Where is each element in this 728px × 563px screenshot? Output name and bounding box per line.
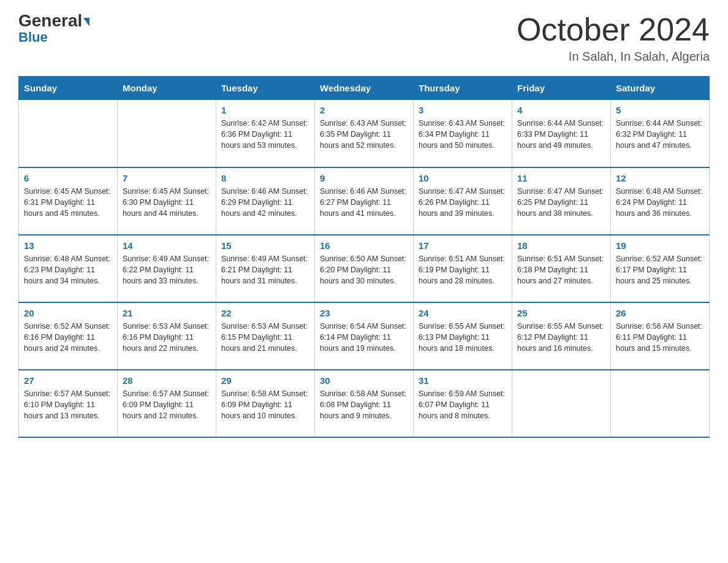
day-info: Sunrise: 6:42 AM Sunset: 6:36 PM Dayligh… xyxy=(221,118,309,151)
day-number: 25 xyxy=(517,308,605,318)
calendar-week-row: 27Sunrise: 6:57 AM Sunset: 6:10 PM Dayli… xyxy=(19,370,710,437)
table-row: 29Sunrise: 6:58 AM Sunset: 6:09 PM Dayli… xyxy=(216,370,315,437)
day-number: 31 xyxy=(419,375,507,386)
table-row: 19Sunrise: 6:52 AM Sunset: 6:17 PM Dayli… xyxy=(611,235,710,302)
calendar-header-row: Sunday Monday Tuesday Wednesday Thursday… xyxy=(19,77,710,100)
day-info: Sunrise: 6:43 AM Sunset: 6:35 PM Dayligh… xyxy=(320,118,408,151)
table-row: 20Sunrise: 6:52 AM Sunset: 6:16 PM Dayli… xyxy=(19,302,118,370)
day-info: Sunrise: 6:49 AM Sunset: 6:21 PM Dayligh… xyxy=(221,253,309,286)
col-wednesday: Wednesday xyxy=(315,77,414,100)
day-number: 26 xyxy=(616,308,704,318)
table-row: 1Sunrise: 6:42 AM Sunset: 6:36 PM Daylig… xyxy=(216,100,315,167)
day-number: 21 xyxy=(123,308,211,318)
day-number: 7 xyxy=(123,173,211,183)
table-row: 4Sunrise: 6:44 AM Sunset: 6:33 PM Daylig… xyxy=(512,100,611,167)
col-saturday: Saturday xyxy=(611,77,710,100)
table-row: 28Sunrise: 6:57 AM Sunset: 6:09 PM Dayli… xyxy=(118,370,216,437)
table-row: 30Sunrise: 6:58 AM Sunset: 6:08 PM Dayli… xyxy=(315,370,414,437)
table-row: 21Sunrise: 6:53 AM Sunset: 6:16 PM Dayli… xyxy=(118,302,216,370)
table-row: 31Sunrise: 6:59 AM Sunset: 6:07 PM Dayli… xyxy=(414,370,512,437)
table-row: 15Sunrise: 6:49 AM Sunset: 6:21 PM Dayli… xyxy=(216,235,315,302)
day-info: Sunrise: 6:52 AM Sunset: 6:17 PM Dayligh… xyxy=(616,253,704,286)
table-row: 6Sunrise: 6:45 AM Sunset: 6:31 PM Daylig… xyxy=(19,167,118,235)
day-number: 29 xyxy=(221,375,309,386)
day-info: Sunrise: 6:58 AM Sunset: 6:09 PM Dayligh… xyxy=(221,388,309,421)
table-row: 27Sunrise: 6:57 AM Sunset: 6:10 PM Dayli… xyxy=(19,370,118,437)
day-number: 4 xyxy=(517,105,605,115)
day-number: 3 xyxy=(419,105,507,115)
day-info: Sunrise: 6:48 AM Sunset: 6:23 PM Dayligh… xyxy=(24,253,112,286)
table-row: 18Sunrise: 6:51 AM Sunset: 6:18 PM Dayli… xyxy=(512,235,611,302)
logo-blue: Blue xyxy=(18,29,48,45)
table-row: 14Sunrise: 6:49 AM Sunset: 6:22 PM Dayli… xyxy=(118,235,216,302)
day-number: 9 xyxy=(320,173,408,183)
day-info: Sunrise: 6:58 AM Sunset: 6:08 PM Dayligh… xyxy=(320,388,408,421)
day-info: Sunrise: 6:48 AM Sunset: 6:24 PM Dayligh… xyxy=(616,186,704,219)
day-info: Sunrise: 6:51 AM Sunset: 6:18 PM Dayligh… xyxy=(517,253,605,286)
day-number: 2 xyxy=(320,105,408,115)
col-friday: Friday xyxy=(512,77,611,100)
table-row xyxy=(19,100,118,167)
table-row xyxy=(512,370,611,437)
day-info: Sunrise: 6:46 AM Sunset: 6:27 PM Dayligh… xyxy=(320,186,408,219)
day-number: 17 xyxy=(419,240,507,251)
page-header: General Blue October 2024 In Salah, In S… xyxy=(18,12,710,64)
day-number: 15 xyxy=(221,240,309,251)
calendar-week-row: 1Sunrise: 6:42 AM Sunset: 6:36 PM Daylig… xyxy=(19,100,710,167)
day-number: 6 xyxy=(24,173,112,183)
day-number: 5 xyxy=(616,105,704,115)
day-info: Sunrise: 6:47 AM Sunset: 6:25 PM Dayligh… xyxy=(517,186,605,219)
day-info: Sunrise: 6:53 AM Sunset: 6:15 PM Dayligh… xyxy=(221,321,309,354)
day-number: 20 xyxy=(24,308,112,318)
table-row: 13Sunrise: 6:48 AM Sunset: 6:23 PM Dayli… xyxy=(19,235,118,302)
table-row: 23Sunrise: 6:54 AM Sunset: 6:14 PM Dayli… xyxy=(315,302,414,370)
day-number: 8 xyxy=(221,173,309,183)
day-number: 1 xyxy=(221,105,309,115)
day-number: 23 xyxy=(320,308,408,318)
day-info: Sunrise: 6:57 AM Sunset: 6:10 PM Dayligh… xyxy=(24,388,112,421)
day-info: Sunrise: 6:44 AM Sunset: 6:33 PM Dayligh… xyxy=(517,118,605,151)
col-sunday: Sunday xyxy=(19,77,118,100)
day-info: Sunrise: 6:47 AM Sunset: 6:26 PM Dayligh… xyxy=(419,186,507,219)
day-number: 11 xyxy=(517,173,605,183)
table-row: 3Sunrise: 6:43 AM Sunset: 6:34 PM Daylig… xyxy=(414,100,512,167)
table-row xyxy=(118,100,216,167)
table-row: 12Sunrise: 6:48 AM Sunset: 6:24 PM Dayli… xyxy=(611,167,710,235)
day-info: Sunrise: 6:49 AM Sunset: 6:22 PM Dayligh… xyxy=(123,253,211,286)
day-info: Sunrise: 6:57 AM Sunset: 6:09 PM Dayligh… xyxy=(123,388,211,421)
day-number: 12 xyxy=(616,173,704,183)
calendar-table: Sunday Monday Tuesday Wednesday Thursday… xyxy=(18,76,710,438)
month-title: October 2024 xyxy=(517,12,710,47)
table-row: 10Sunrise: 6:47 AM Sunset: 6:26 PM Dayli… xyxy=(414,167,512,235)
day-info: Sunrise: 6:52 AM Sunset: 6:16 PM Dayligh… xyxy=(24,321,112,354)
day-info: Sunrise: 6:50 AM Sunset: 6:20 PM Dayligh… xyxy=(320,253,408,286)
day-info: Sunrise: 6:46 AM Sunset: 6:29 PM Dayligh… xyxy=(221,186,309,219)
table-row: 7Sunrise: 6:45 AM Sunset: 6:30 PM Daylig… xyxy=(118,167,216,235)
day-number: 22 xyxy=(221,308,309,318)
table-row: 17Sunrise: 6:51 AM Sunset: 6:19 PM Dayli… xyxy=(414,235,512,302)
day-info: Sunrise: 6:59 AM Sunset: 6:07 PM Dayligh… xyxy=(419,388,507,421)
table-row: 22Sunrise: 6:53 AM Sunset: 6:15 PM Dayli… xyxy=(216,302,315,370)
day-info: Sunrise: 6:45 AM Sunset: 6:30 PM Dayligh… xyxy=(123,186,211,219)
col-tuesday: Tuesday xyxy=(216,77,315,100)
logo-general: General xyxy=(18,12,89,29)
table-row: 16Sunrise: 6:50 AM Sunset: 6:20 PM Dayli… xyxy=(315,235,414,302)
day-number: 24 xyxy=(419,308,507,318)
day-number: 10 xyxy=(419,173,507,183)
calendar-week-row: 6Sunrise: 6:45 AM Sunset: 6:31 PM Daylig… xyxy=(19,167,710,235)
day-number: 30 xyxy=(320,375,408,386)
location-subtitle: In Salah, In Salah, Algeria xyxy=(517,50,710,64)
day-info: Sunrise: 6:55 AM Sunset: 6:12 PM Dayligh… xyxy=(517,321,605,354)
logo: General Blue xyxy=(18,12,89,45)
calendar-week-row: 13Sunrise: 6:48 AM Sunset: 6:23 PM Dayli… xyxy=(19,235,710,302)
day-info: Sunrise: 6:43 AM Sunset: 6:34 PM Dayligh… xyxy=(419,118,507,151)
day-number: 27 xyxy=(24,375,112,386)
table-row: 9Sunrise: 6:46 AM Sunset: 6:27 PM Daylig… xyxy=(315,167,414,235)
table-row: 11Sunrise: 6:47 AM Sunset: 6:25 PM Dayli… xyxy=(512,167,611,235)
table-row: 26Sunrise: 6:56 AM Sunset: 6:11 PM Dayli… xyxy=(611,302,710,370)
day-number: 28 xyxy=(123,375,211,386)
day-number: 13 xyxy=(24,240,112,251)
table-row: 25Sunrise: 6:55 AM Sunset: 6:12 PM Dayli… xyxy=(512,302,611,370)
day-info: Sunrise: 6:55 AM Sunset: 6:13 PM Dayligh… xyxy=(419,321,507,354)
table-row: 24Sunrise: 6:55 AM Sunset: 6:13 PM Dayli… xyxy=(414,302,512,370)
